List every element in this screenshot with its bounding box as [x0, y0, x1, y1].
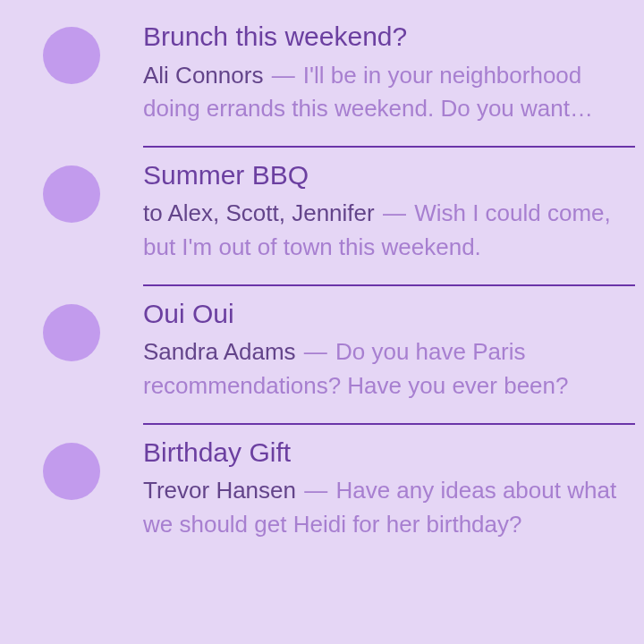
list-item[interactable]: Oui Oui Sandra Adams — Do you have Paris… [0, 286, 644, 425]
avatar [43, 443, 100, 500]
avatar [43, 27, 100, 84]
message-title: Birthday Gift [143, 436, 635, 470]
list-item[interactable]: Birthday Gift Trevor Hansen — Have any i… [0, 425, 644, 562]
separator: — [377, 199, 412, 226]
message-list: Brunch this weekend? Ali Connors — I'll … [0, 0, 644, 562]
message-content: Brunch this weekend? Ali Connors — I'll … [143, 20, 635, 148]
list-item[interactable]: Summer BBQ to Alex, Scott, Jennifer — Wi… [0, 148, 644, 286]
avatar [43, 304, 100, 361]
separator: — [265, 62, 301, 89]
message-body: Sandra Adams — Do you have Paris recomme… [143, 335, 635, 402]
message-sender: Ali Connors [143, 62, 263, 89]
list-item[interactable]: Brunch this weekend? Ali Connors — I'll … [0, 9, 644, 148]
message-content: Summer BBQ to Alex, Scott, Jennifer — Wi… [143, 158, 635, 286]
message-content: Oui Oui Sandra Adams — Do you have Paris… [143, 297, 635, 425]
message-body: Ali Connors — I'll be in your neighborho… [143, 59, 635, 126]
message-title: Brunch this weekend? [143, 20, 635, 54]
message-sender: to Alex, Scott, Jennifer [143, 199, 375, 226]
avatar [43, 165, 100, 223]
message-title: Oui Oui [143, 297, 635, 331]
message-body: to Alex, Scott, Jennifer — Wish I could … [143, 197, 635, 264]
message-content: Birthday Gift Trevor Hansen — Have any i… [143, 436, 635, 562]
message-title: Summer BBQ [143, 158, 635, 192]
separator: — [298, 477, 334, 504]
message-body: Trevor Hansen — Have any ideas about wha… [143, 474, 635, 541]
message-sender: Sandra Adams [143, 338, 296, 365]
separator: — [298, 338, 334, 365]
message-sender: Trevor Hansen [143, 477, 296, 504]
